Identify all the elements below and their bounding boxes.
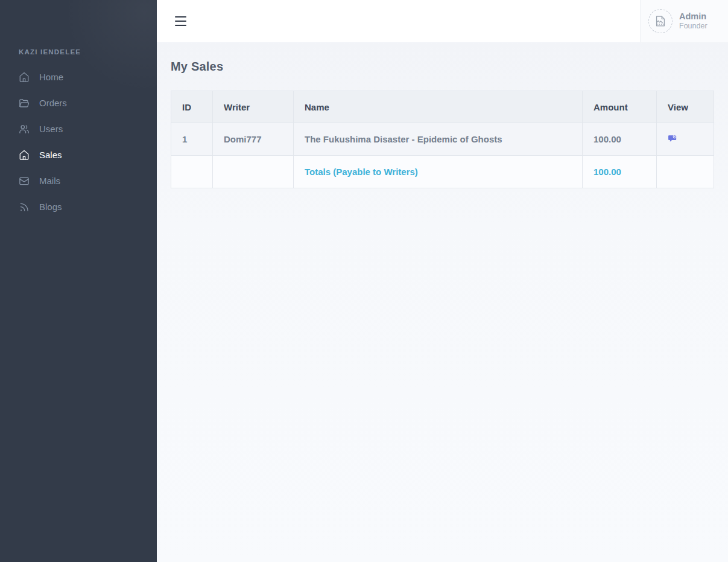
sidebar-item-label: Sales xyxy=(39,150,62,160)
users-icon xyxy=(19,124,30,135)
sidebar-item-sales[interactable]: Sales xyxy=(0,142,157,168)
mail-icon xyxy=(19,176,30,187)
table-header-row: ID Writer Name Amount View xyxy=(171,91,714,123)
user-menu[interactable]: Admin Founder xyxy=(640,0,728,42)
cell-name: The Fukushima Disaster - Epidemic of Gho… xyxy=(294,123,583,156)
column-header-view: View xyxy=(657,91,714,123)
cell-writer: Domi777 xyxy=(213,123,294,156)
sidebar-item-users[interactable]: Users xyxy=(0,116,157,142)
sidebar-item-home[interactable]: Home xyxy=(0,64,157,90)
cell-view xyxy=(657,123,714,156)
sidebar-item-label: Home xyxy=(39,72,63,82)
sales-table: ID Writer Name Amount View 1 Domi777 The… xyxy=(171,91,714,188)
sidebar-item-label: Blogs xyxy=(39,202,62,212)
sidebar-item-label: Orders xyxy=(39,98,67,108)
main-area: Admin Founder My Sales ID Writer Name Am… xyxy=(157,0,728,562)
column-header-id: ID xyxy=(171,91,213,123)
table-row: 1 Domi777 The Fukushima Disaster - Epide… xyxy=(171,123,714,156)
home-icon xyxy=(19,72,30,83)
topbar: Admin Founder xyxy=(157,0,728,42)
column-header-writer: Writer xyxy=(213,91,294,123)
totals-row: Totals (Payable to Writers) 100.00 xyxy=(171,156,714,188)
sidebar-item-blogs[interactable]: Blogs xyxy=(0,194,157,220)
folder-icon xyxy=(19,98,30,109)
brand-title: KAZI IENDELEE xyxy=(0,48,157,64)
totals-amount: 100.00 xyxy=(593,167,621,177)
sidebar-item-mails[interactable]: Mails xyxy=(0,168,157,194)
home-icon xyxy=(19,150,30,161)
user-meta: Admin Founder xyxy=(679,11,707,31)
sidebar-item-orders[interactable]: Orders xyxy=(0,90,157,116)
rss-icon xyxy=(19,202,30,212)
view-icon[interactable] xyxy=(668,133,678,144)
sidebar: KAZI IENDELEE Home Orders Users Sales Ma… xyxy=(0,0,157,562)
cell-empty xyxy=(657,156,714,188)
column-header-name: Name xyxy=(294,91,583,123)
cell-totals-label: Totals (Payable to Writers) xyxy=(294,156,583,188)
column-header-amount: Amount xyxy=(583,91,657,123)
cell-totals-amount: 100.00 xyxy=(583,156,657,188)
cell-id: 1 xyxy=(171,123,213,156)
sidebar-item-label: Mails xyxy=(39,176,60,186)
totals-label-link[interactable]: Totals (Payable to Writers) xyxy=(305,167,418,177)
menu-toggle-icon[interactable] xyxy=(175,13,186,29)
cell-empty xyxy=(213,156,294,188)
cell-amount: 100.00 xyxy=(583,123,657,156)
broken-image-icon xyxy=(648,9,673,33)
sidebar-item-label: Users xyxy=(39,124,63,134)
cell-empty xyxy=(171,156,213,188)
page-content: My Sales ID Writer Name Amount View 1 Do… xyxy=(157,42,728,562)
user-name: Admin xyxy=(679,11,707,22)
user-role: Founder xyxy=(679,22,707,31)
topbar-spacer xyxy=(186,0,640,42)
page-title: My Sales xyxy=(171,60,714,74)
